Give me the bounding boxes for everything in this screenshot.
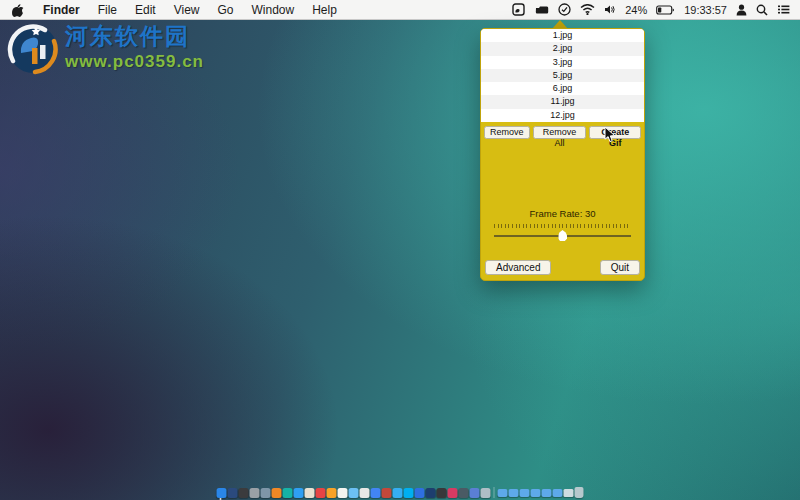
frame-rate-slider[interactable] bbox=[494, 230, 631, 242]
dock-app-23[interactable] bbox=[459, 488, 469, 498]
list-item[interactable]: 12.jpg bbox=[481, 109, 644, 122]
list-item[interactable]: 5.jpg bbox=[481, 69, 644, 82]
dock-app-9[interactable] bbox=[305, 488, 315, 498]
dock-folder-3[interactable] bbox=[520, 489, 530, 497]
site-url: www.pc0359.cn bbox=[65, 52, 204, 72]
dock-app-6[interactable] bbox=[272, 488, 282, 498]
dock-app-16[interactable] bbox=[382, 488, 392, 498]
menu-bar-status: 24% 19:33:57 bbox=[512, 0, 800, 19]
dock bbox=[217, 487, 584, 498]
dock-app-finder[interactable] bbox=[217, 488, 227, 498]
gif-app-menu-icon[interactable] bbox=[512, 3, 525, 16]
quit-button[interactable]: Quit bbox=[600, 260, 640, 275]
dock-app-15[interactable] bbox=[371, 488, 381, 498]
list-item[interactable]: 3.jpg bbox=[481, 56, 644, 69]
dock-app-5[interactable] bbox=[261, 488, 271, 498]
dock-folder-5[interactable] bbox=[542, 489, 552, 497]
remove-button[interactable]: Remove bbox=[484, 126, 530, 139]
site-name: 河东软件园 bbox=[65, 21, 204, 52]
battery-icon[interactable] bbox=[656, 5, 675, 15]
dock-folder-6[interactable] bbox=[553, 489, 563, 497]
menu-go[interactable]: Go bbox=[209, 3, 243, 17]
user-icon[interactable] bbox=[736, 4, 747, 16]
popover-body: 1.jpg2.jpg3.jpg5.jpg6.jpg11.jpg12.jpg Re… bbox=[480, 28, 645, 281]
list-item[interactable]: 1.jpg bbox=[481, 29, 644, 42]
dock-app-4[interactable] bbox=[250, 488, 260, 498]
dock-app-14[interactable] bbox=[360, 488, 370, 498]
list-item[interactable]: 11.jpg bbox=[481, 95, 644, 108]
apple-menu[interactable] bbox=[0, 3, 34, 17]
mouse-cursor bbox=[604, 126, 616, 143]
checkmark-circle-menu-icon[interactable] bbox=[558, 3, 571, 16]
dock-app-18[interactable] bbox=[404, 488, 414, 498]
dock-app-17[interactable] bbox=[393, 488, 403, 498]
list-actions: Remove Remove All Create Gif bbox=[483, 126, 642, 139]
dock-app-2[interactable] bbox=[228, 488, 238, 498]
capture-device-menu-icon[interactable] bbox=[534, 4, 549, 15]
dock-app-7[interactable] bbox=[283, 488, 293, 498]
advanced-button[interactable]: Advanced bbox=[485, 260, 551, 275]
menu-window[interactable]: Window bbox=[243, 3, 304, 17]
menu-items: FileEditViewGoWindowHelp bbox=[89, 0, 346, 19]
apple-icon bbox=[12, 3, 24, 17]
frame-rate-slider-thumb[interactable] bbox=[558, 230, 567, 241]
dock-app-24[interactable] bbox=[470, 488, 480, 498]
dock-app-21[interactable] bbox=[437, 488, 447, 498]
popover-footer: Advanced Quit bbox=[485, 260, 640, 275]
frame-rate-label: Frame Rate: 30 bbox=[481, 208, 644, 219]
menu-view[interactable]: View bbox=[165, 3, 209, 17]
dock-app-25[interactable] bbox=[481, 488, 491, 498]
wifi-icon[interactable] bbox=[580, 4, 595, 15]
frame-rate-slider-ticks bbox=[494, 224, 631, 228]
dock-app-11[interactable] bbox=[327, 488, 337, 498]
dock-folder-2[interactable] bbox=[509, 489, 519, 497]
spotlight-search-icon[interactable] bbox=[756, 4, 768, 16]
menu-bar: Finder FileEditViewGoWindowHelp bbox=[0, 0, 800, 20]
dock-folder-4[interactable] bbox=[531, 489, 541, 497]
menu-edit[interactable]: Edit bbox=[126, 3, 165, 17]
dock-trash[interactable] bbox=[575, 487, 584, 498]
dock-app-12[interactable] bbox=[338, 488, 348, 498]
dock-app-13[interactable] bbox=[349, 488, 359, 498]
dock-minimized-window[interactable] bbox=[564, 489, 574, 497]
dock-app-10[interactable] bbox=[316, 488, 326, 498]
site-watermark: 河东软件园 www.pc0359.cn bbox=[7, 21, 204, 75]
site-watermark-text: 河东软件园 www.pc0359.cn bbox=[65, 21, 204, 72]
volume-icon[interactable] bbox=[604, 4, 616, 15]
menu-file[interactable]: File bbox=[89, 3, 126, 17]
notification-center-icon[interactable] bbox=[777, 4, 790, 15]
dock-app-20[interactable] bbox=[426, 488, 436, 498]
dock-app-3[interactable] bbox=[239, 488, 249, 498]
gif-maker-popover: 1.jpg2.jpg3.jpg5.jpg6.jpg11.jpg12.jpg Re… bbox=[480, 20, 645, 281]
list-item[interactable]: 6.jpg bbox=[481, 82, 644, 95]
clock-label[interactable]: 19:33:57 bbox=[684, 4, 727, 16]
battery-percent-label: 24% bbox=[625, 4, 647, 16]
site-logo-icon bbox=[7, 21, 59, 75]
active-app-name[interactable]: Finder bbox=[34, 3, 89, 17]
dock-app-8[interactable] bbox=[294, 488, 304, 498]
dock-divider bbox=[494, 487, 495, 498]
dock-app-19[interactable] bbox=[415, 488, 425, 498]
menu-help[interactable]: Help bbox=[303, 3, 346, 17]
remove-all-button[interactable]: Remove All bbox=[533, 126, 587, 139]
menu-bar-left: Finder FileEditViewGoWindowHelp bbox=[0, 0, 346, 19]
file-list: 1.jpg2.jpg3.jpg5.jpg6.jpg11.jpg12.jpg bbox=[481, 29, 644, 122]
dock-folder-1[interactable] bbox=[498, 489, 508, 497]
list-item[interactable]: 2.jpg bbox=[481, 42, 644, 55]
dock-app-22[interactable] bbox=[448, 488, 458, 498]
